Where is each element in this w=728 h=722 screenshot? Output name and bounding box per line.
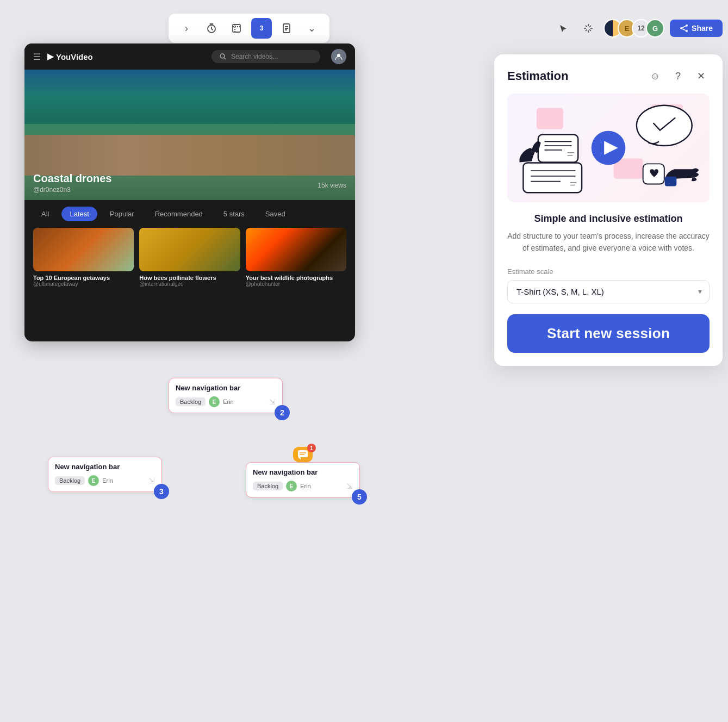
sticky-note-2-assignee: Erin — [102, 477, 113, 484]
tool-frame[interactable] — [226, 18, 247, 39]
svg-point-5 — [686, 24, 688, 27]
panel-description: Add structure to your team's process, in… — [507, 230, 710, 254]
video-thumb-2[interactable]: How bees pollinate flowers @internationa… — [139, 228, 240, 287]
estimation-panel: Estimation ☺ ? ✕ — [494, 54, 723, 366]
sticky-note-2-tag: Backlog — [55, 476, 85, 485]
svg-point-21 — [637, 105, 692, 146]
thumb-1-author: @ultimategetaway — [33, 281, 134, 287]
thumb-3-author: @photohunter — [246, 281, 346, 287]
user-avatar[interactable] — [331, 49, 346, 64]
hero-title: Coastal drones — [33, 172, 111, 185]
sticky-note-3-title: New navigation bar — [253, 468, 353, 476]
emoji-button[interactable]: ☺ — [646, 67, 664, 85]
thumb-wildlife — [246, 228, 346, 271]
svg-point-6 — [680, 27, 682, 29]
filter-5stars[interactable]: 5 stars — [215, 207, 253, 221]
sticky-note-1[interactable]: New navigation bar Backlog E Erin ⇲ 2 — [169, 378, 283, 413]
thumb-2-title: How bees pollinate flowers — [139, 275, 240, 281]
tool-pointer[interactable] — [553, 18, 573, 38]
sticky-note-2-badge: 3 — [154, 484, 169, 499]
thumb-3-title: Your best wildlife photographs — [246, 275, 346, 281]
svg-rect-1 — [233, 24, 240, 32]
video-header: ☰ ▶ YouVideo Search videos... — [24, 43, 355, 70]
svg-rect-29 — [665, 177, 677, 186]
sticky-note-3-container: 1 New navigation bar Backlog E Erin ⇲ 5 — [246, 462, 360, 497]
svg-text:3: 3 — [260, 24, 264, 32]
video-thumb-3[interactable]: Your best wildlife photographs @photohun… — [246, 228, 346, 287]
sticky-note-1-assignee: Erin — [223, 399, 234, 405]
sticky-note-1-badge: 2 — [275, 405, 290, 420]
panel-header: Estimation ☺ ? ✕ — [507, 67, 710, 85]
sticky-note-1-move-icon: ⇲ — [269, 397, 276, 406]
sticky-note-2-move-icon: ⇲ — [148, 476, 155, 485]
search-bar[interactable]: Search videos... — [211, 50, 320, 63]
svg-rect-13 — [538, 135, 578, 163]
svg-rect-30 — [298, 450, 308, 457]
filter-saved[interactable]: Saved — [257, 207, 294, 221]
sticky-note-3-assignee: Erin — [300, 483, 311, 489]
tool-doc[interactable] — [276, 18, 297, 39]
svg-rect-22 — [523, 163, 582, 192]
thumb-coastal — [33, 228, 134, 271]
help-button[interactable]: ? — [669, 67, 687, 85]
video-thumb-1[interactable]: Top 10 European getaways @ultimategetawa… — [33, 228, 134, 287]
filter-latest[interactable]: Latest — [61, 207, 97, 221]
avatar-3: G — [646, 19, 664, 38]
sticky-note-3-move-icon: ⇲ — [346, 482, 353, 490]
tool-arrow[interactable]: › — [176, 18, 197, 39]
sticky-note-3-badge: 5 — [352, 489, 367, 505]
sticky-note-1-tag: Backlog — [176, 397, 206, 406]
sticky-note-2-avatar: E — [88, 475, 99, 486]
hero-water — [24, 70, 355, 124]
logo-play-icon: ▶ — [47, 52, 54, 61]
tool-sparkle[interactable] — [578, 18, 598, 38]
app-logo: ▶ YouVideo — [47, 52, 93, 61]
tool-more[interactable]: ⌄ — [301, 18, 322, 39]
sticky-note-3[interactable]: New navigation bar Backlog E Erin ⇲ 5 — [246, 462, 360, 497]
sticky-note-2[interactable]: New navigation bar Backlog E Erin ⇲ 3 — [48, 457, 162, 492]
filter-popular[interactable]: Popular — [102, 207, 142, 221]
svg-point-8 — [220, 54, 225, 58]
thumb-bees — [139, 228, 240, 271]
thumb-2-author: @internationalgeo — [139, 281, 240, 287]
sticky-note-1-tags: Backlog E Erin ⇲ — [176, 396, 276, 407]
tool-timer[interactable] — [201, 18, 222, 39]
hero-views: 15k views — [318, 182, 346, 189]
panel-illustration — [507, 94, 710, 202]
start-session-button[interactable]: Start new session — [507, 314, 710, 353]
close-button[interactable]: ✕ — [692, 67, 710, 85]
toolbar: › 3 ⌄ — [169, 10, 723, 47]
panel-subtitle: Simple and inclusive estimation — [507, 213, 710, 225]
thumb-1-title: Top 10 European getaways — [33, 275, 134, 281]
sticky-note-2-title: New navigation bar — [55, 463, 155, 471]
estimate-scale-wrapper: T-Shirt (XS, S, M, L, XL) Fibonacci (1, … — [507, 280, 710, 303]
toolbar-tools: › 3 ⌄ — [169, 14, 329, 43]
filter-tabs: All Latest Popular Recommended 5 stars S… — [24, 200, 355, 228]
filter-recommended[interactable]: Recommended — [147, 207, 211, 221]
hero-image: Coastal drones @dr0nez0n3 15k views — [24, 70, 355, 200]
filter-all[interactable]: All — [33, 207, 57, 221]
menu-icon[interactable]: ☰ — [33, 52, 41, 62]
svg-point-7 — [686, 30, 688, 32]
chat-notification[interactable]: 1 — [293, 447, 313, 462]
chat-count: 1 — [307, 444, 316, 452]
avatar-group: E 12 G — [603, 19, 664, 38]
panel-title: Estimation — [507, 69, 646, 83]
sticky-note-1-title: New navigation bar — [176, 384, 276, 392]
sticky-note-3-avatar: E — [286, 481, 297, 491]
tool-number[interactable]: 3 — [251, 18, 272, 39]
hero-info: Coastal drones @dr0nez0n3 — [33, 172, 111, 194]
video-grid: Top 10 European getaways @ultimategetawa… — [24, 228, 355, 296]
svg-rect-10 — [537, 108, 563, 129]
sticky-note-1-avatar: E — [209, 396, 220, 407]
sticky-note-3-tags: Backlog E Erin ⇲ — [253, 481, 353, 491]
hero-rocks — [24, 135, 355, 178]
share-button[interactable]: Share — [670, 20, 723, 37]
sticky-note-2-tags: Backlog E Erin ⇲ — [55, 475, 155, 486]
video-app-frame: ☰ ▶ YouVideo Search videos... Coastal dr… — [24, 43, 355, 341]
estimate-scale-select[interactable]: T-Shirt (XS, S, M, L, XL) Fibonacci (1, … — [507, 280, 710, 303]
hero-author: @dr0nez0n3 — [33, 186, 111, 194]
panel-header-icons: ☺ ? ✕ — [646, 67, 710, 85]
toolbar-right: E 12 G Share — [553, 18, 723, 38]
sticky-note-3-tag: Backlog — [253, 482, 283, 490]
